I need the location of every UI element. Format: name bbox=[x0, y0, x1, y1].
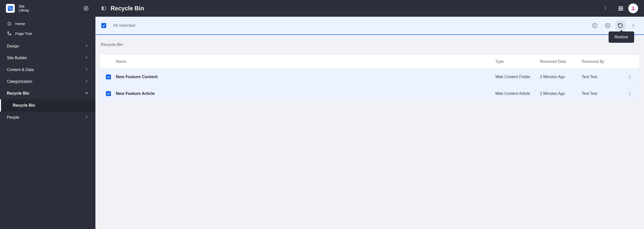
svg-rect-6 bbox=[10, 9, 10, 10]
th-date[interactable]: Removed Date bbox=[540, 59, 582, 64]
info-button[interactable] bbox=[590, 21, 600, 30]
svg-rect-21 bbox=[622, 6, 623, 8]
header: Recycle Bin bbox=[96, 0, 644, 17]
cell-type: Web Content Article bbox=[495, 91, 540, 96]
page-title: Recycle Bin bbox=[111, 5, 598, 12]
svg-rect-13 bbox=[10, 34, 11, 35]
toolbar: All Selected Restore bbox=[96, 17, 644, 35]
svg-point-40 bbox=[630, 78, 630, 78]
cell-name[interactable]: New Feature Content bbox=[116, 74, 495, 79]
svg-point-39 bbox=[630, 76, 630, 77]
cell-date: 2 Minutes Ago bbox=[540, 91, 582, 96]
svg-rect-7 bbox=[11, 9, 12, 10]
sidebar-item-label: Page Tree bbox=[15, 31, 32, 36]
logo-icon bbox=[6, 4, 15, 13]
svg-point-43 bbox=[630, 95, 630, 95]
table-header: Name Type Removed Date Removed By bbox=[100, 55, 639, 69]
more-button[interactable] bbox=[628, 21, 638, 30]
sidebar-header: Site Liferay bbox=[0, 0, 96, 17]
site-name: Liferay bbox=[19, 8, 79, 12]
svg-rect-25 bbox=[619, 9, 620, 11]
svg-rect-1 bbox=[8, 7, 9, 7]
cell-type: Web Content Folder bbox=[495, 75, 540, 79]
svg-point-38 bbox=[630, 75, 630, 76]
home-icon bbox=[7, 21, 12, 26]
sidebar-group-people[interactable]: People bbox=[0, 112, 96, 123]
sidebar-group-label: People bbox=[7, 115, 19, 120]
sidebar-group-categorization[interactable]: Categorization bbox=[0, 76, 96, 87]
tooltip: Restore bbox=[608, 31, 634, 43]
chevron-right-icon bbox=[84, 79, 88, 84]
chevron-right-icon bbox=[84, 55, 88, 60]
svg-point-31 bbox=[594, 24, 595, 25]
svg-point-8 bbox=[84, 6, 88, 10]
chevron-right-icon bbox=[84, 115, 88, 120]
chevron-down-icon bbox=[84, 91, 88, 96]
svg-rect-26 bbox=[620, 9, 622, 11]
row-checkbox[interactable] bbox=[106, 74, 111, 79]
sidebar-sub-label: Recycle Bin bbox=[13, 103, 35, 108]
avatar[interactable] bbox=[628, 3, 638, 13]
cell-name[interactable]: New Feature Article bbox=[116, 91, 495, 96]
restore-button[interactable] bbox=[616, 21, 625, 30]
svg-rect-2 bbox=[10, 7, 10, 7]
svg-rect-24 bbox=[622, 8, 623, 9]
sidebar-sub-recyclebin[interactable]: Recycle Bin bbox=[0, 99, 96, 112]
sidebar-group-label: Content & Data bbox=[7, 68, 34, 72]
svg-rect-10 bbox=[8, 32, 9, 33]
nav-top: Home Page Tree bbox=[0, 17, 96, 40]
sidebar-item-pagetree[interactable]: Page Tree bbox=[0, 28, 96, 38]
sidebar-group-recyclebin[interactable]: Recycle Bin bbox=[0, 87, 96, 99]
divider bbox=[613, 4, 613, 12]
content: Recycle Bin Name Type Removed Date Remov… bbox=[96, 35, 644, 110]
th-type[interactable]: Type bbox=[495, 59, 540, 64]
svg-point-17 bbox=[605, 8, 606, 8]
sidebar-group-label: Categorization bbox=[7, 79, 32, 84]
svg-point-42 bbox=[630, 93, 630, 94]
svg-rect-22 bbox=[619, 8, 620, 9]
th-name[interactable]: Name bbox=[116, 59, 495, 64]
svg-rect-3 bbox=[8, 8, 9, 8]
table-row[interactable]: New Feature Article Web Content Article … bbox=[100, 85, 639, 102]
svg-rect-20 bbox=[620, 6, 622, 8]
main: Recycle Bin All Selected bbox=[96, 0, 644, 229]
table-row[interactable]: New Feature Content Web Content Folder 2… bbox=[100, 69, 639, 85]
compass-icon[interactable] bbox=[82, 5, 90, 12]
sidebar-group-label: Design bbox=[7, 44, 19, 48]
delete-button[interactable] bbox=[603, 21, 612, 30]
sidebar-group-contentdata[interactable]: Content & Data bbox=[0, 64, 96, 76]
row-checkbox[interactable] bbox=[106, 91, 111, 96]
sidebar-group-design[interactable]: Design bbox=[0, 40, 96, 52]
cell-by: Test Test bbox=[582, 91, 626, 96]
svg-point-37 bbox=[633, 26, 634, 27]
breadcrumb[interactable]: Recycle Bin bbox=[101, 42, 640, 47]
sidebar-item-label: Home bbox=[15, 22, 25, 26]
row-actions[interactable] bbox=[626, 91, 634, 96]
svg-rect-4 bbox=[10, 8, 10, 8]
sidebar-group-label: Site Builder bbox=[7, 56, 27, 60]
table: Name Type Removed Date Removed By New Fe… bbox=[100, 54, 640, 102]
toolbar-label: All Selected bbox=[113, 23, 590, 28]
site-label: Site bbox=[19, 4, 79, 8]
svg-point-18 bbox=[605, 9, 606, 10]
pagetree-icon bbox=[7, 31, 12, 36]
sidebar-item-home[interactable]: Home bbox=[0, 19, 96, 28]
chevron-right-icon bbox=[84, 44, 88, 49]
th-by[interactable]: Removed By bbox=[582, 59, 626, 64]
cell-date: 2 Minutes Ago bbox=[540, 75, 582, 79]
row-actions[interactable] bbox=[626, 75, 634, 79]
kebab-icon[interactable] bbox=[603, 6, 608, 11]
svg-point-16 bbox=[605, 7, 606, 7]
sidebar-group-sitebuilder[interactable]: Site Builder bbox=[0, 52, 96, 64]
cell-by: Test Test bbox=[582, 75, 626, 79]
apps-grid-icon[interactable] bbox=[618, 6, 623, 11]
sidebar-group-label: Recycle Bin bbox=[7, 91, 29, 96]
panel-icon[interactable] bbox=[101, 6, 106, 11]
select-all-checkbox[interactable] bbox=[101, 23, 106, 28]
svg-point-28 bbox=[632, 7, 634, 8]
svg-rect-27 bbox=[622, 9, 623, 11]
svg-point-36 bbox=[633, 25, 634, 26]
svg-rect-15 bbox=[102, 7, 104, 10]
sidebar: Site Liferay Home Page Tree Desi bbox=[0, 0, 96, 229]
site-info: Site Liferay bbox=[19, 4, 79, 12]
